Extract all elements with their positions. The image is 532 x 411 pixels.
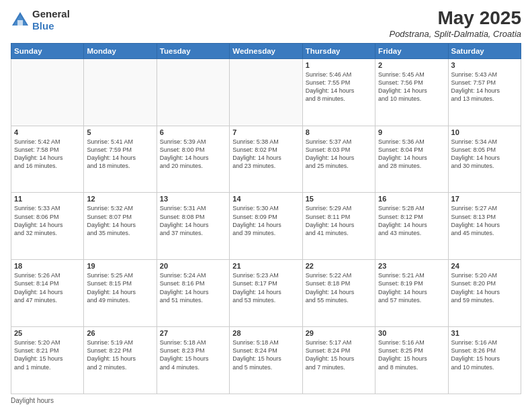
day-info: Sunrise: 5:39 AM Sunset: 8:00 PM Dayligh… <box>160 138 226 171</box>
calendar-cell: 13Sunrise: 5:31 AM Sunset: 8:08 PM Dayli… <box>157 193 229 260</box>
calendar-cell <box>157 58 229 126</box>
day-number: 16 <box>378 195 445 203</box>
day-info: Sunrise: 5:24 AM Sunset: 8:16 PM Dayligh… <box>160 271 226 304</box>
calendar-cell: 25Sunrise: 5:20 AM Sunset: 8:21 PM Dayli… <box>11 327 84 394</box>
day-info: Sunrise: 5:26 AM Sunset: 8:14 PM Dayligh… <box>14 271 81 304</box>
day-number: 3 <box>451 61 518 69</box>
day-number: 5 <box>87 128 153 136</box>
calendar-cell: 15Sunrise: 5:29 AM Sunset: 8:11 PM Dayli… <box>302 193 375 260</box>
logo: General Blue <box>11 8 70 32</box>
day-number: 23 <box>378 262 445 270</box>
day-number: 24 <box>451 262 518 270</box>
svg-rect-2 <box>17 20 23 26</box>
col-friday: Friday <box>375 43 448 58</box>
day-number: 12 <box>87 195 153 203</box>
calendar-cell: 4Sunrise: 5:42 AM Sunset: 7:58 PM Daylig… <box>11 126 84 193</box>
calendar-cell: 14Sunrise: 5:30 AM Sunset: 8:09 PM Dayli… <box>230 193 302 260</box>
logo-text: General Blue <box>32 8 70 32</box>
day-number: 25 <box>14 329 81 337</box>
col-sunday: Sunday <box>11 43 84 58</box>
calendar-cell: 19Sunrise: 5:25 AM Sunset: 8:15 PM Dayli… <box>84 260 157 327</box>
logo-general: General <box>32 8 70 19</box>
day-info: Sunrise: 5:20 AM Sunset: 8:20 PM Dayligh… <box>451 271 518 304</box>
day-number: 17 <box>451 195 518 203</box>
day-info: Sunrise: 5:19 AM Sunset: 8:22 PM Dayligh… <box>87 338 153 371</box>
day-info: Sunrise: 5:29 AM Sunset: 8:11 PM Dayligh… <box>306 204 372 237</box>
calendar-week-row: 4Sunrise: 5:42 AM Sunset: 7:58 PM Daylig… <box>11 126 521 193</box>
calendar-cell: 22Sunrise: 5:22 AM Sunset: 8:18 PM Dayli… <box>302 260 375 327</box>
day-number: 18 <box>14 262 81 270</box>
day-info: Sunrise: 5:20 AM Sunset: 8:21 PM Dayligh… <box>14 338 81 371</box>
calendar-cell: 20Sunrise: 5:24 AM Sunset: 8:16 PM Dayli… <box>157 260 229 327</box>
col-saturday: Saturday <box>448 43 521 58</box>
day-number: 20 <box>160 262 226 270</box>
calendar-week-row: 18Sunrise: 5:26 AM Sunset: 8:14 PM Dayli… <box>11 260 521 327</box>
day-number: 28 <box>232 329 299 337</box>
calendar-title: May 2025 <box>389 8 521 29</box>
calendar-cell: 9Sunrise: 5:36 AM Sunset: 8:04 PM Daylig… <box>375 126 448 193</box>
calendar-cell: 30Sunrise: 5:16 AM Sunset: 8:25 PM Dayli… <box>375 327 448 394</box>
calendar-cell: 8Sunrise: 5:37 AM Sunset: 8:03 PM Daylig… <box>302 126 375 193</box>
day-info: Sunrise: 5:38 AM Sunset: 8:02 PM Dayligh… <box>232 138 299 171</box>
day-info: Sunrise: 5:45 AM Sunset: 7:56 PM Dayligh… <box>378 71 445 103</box>
day-number: 7 <box>232 128 299 136</box>
calendar-cell: 2Sunrise: 5:45 AM Sunset: 7:56 PM Daylig… <box>375 58 448 126</box>
calendar-cell: 18Sunrise: 5:26 AM Sunset: 8:14 PM Dayli… <box>11 260 84 327</box>
calendar-cell: 28Sunrise: 5:18 AM Sunset: 8:24 PM Dayli… <box>230 327 302 394</box>
day-info: Sunrise: 5:18 AM Sunset: 8:23 PM Dayligh… <box>160 338 226 371</box>
day-info: Sunrise: 5:21 AM Sunset: 8:19 PM Dayligh… <box>378 271 445 304</box>
calendar-cell: 1Sunrise: 5:46 AM Sunset: 7:55 PM Daylig… <box>302 58 375 126</box>
logo-blue: Blue <box>32 20 54 32</box>
calendar-cell: 17Sunrise: 5:27 AM Sunset: 8:13 PM Dayli… <box>448 193 521 260</box>
col-monday: Monday <box>84 43 157 58</box>
day-info: Sunrise: 5:41 AM Sunset: 7:59 PM Dayligh… <box>87 138 153 171</box>
calendar-week-row: 11Sunrise: 5:33 AM Sunset: 8:06 PM Dayli… <box>11 193 521 260</box>
calendar-cell: 10Sunrise: 5:34 AM Sunset: 8:05 PM Dayli… <box>448 126 521 193</box>
day-info: Sunrise: 5:17 AM Sunset: 8:24 PM Dayligh… <box>306 338 372 371</box>
day-number: 19 <box>87 262 153 270</box>
day-info: Sunrise: 5:32 AM Sunset: 8:07 PM Dayligh… <box>87 204 153 237</box>
calendar-cell <box>84 58 157 126</box>
calendar-table: Sunday Monday Tuesday Wednesday Thursday… <box>11 43 521 394</box>
day-info: Sunrise: 5:42 AM Sunset: 7:58 PM Dayligh… <box>14 138 81 171</box>
col-thursday: Thursday <box>302 43 375 58</box>
calendar-cell: 3Sunrise: 5:43 AM Sunset: 7:57 PM Daylig… <box>448 58 521 126</box>
day-number: 1 <box>306 61 372 69</box>
day-info: Sunrise: 5:28 AM Sunset: 8:12 PM Dayligh… <box>378 204 445 237</box>
day-number: 8 <box>306 128 372 136</box>
day-info: Sunrise: 5:37 AM Sunset: 8:03 PM Dayligh… <box>306 138 372 171</box>
calendar-cell: 23Sunrise: 5:21 AM Sunset: 8:19 PM Dayli… <box>375 260 448 327</box>
calendar-cell: 29Sunrise: 5:17 AM Sunset: 8:24 PM Dayli… <box>302 327 375 394</box>
day-number: 11 <box>14 195 81 203</box>
page: General Blue May 2025 Podstrana, Split-D… <box>0 0 532 411</box>
day-number: 29 <box>306 329 372 337</box>
header: General Blue May 2025 Podstrana, Split-D… <box>11 8 521 39</box>
calendar-cell: 7Sunrise: 5:38 AM Sunset: 8:02 PM Daylig… <box>230 126 302 193</box>
day-info: Sunrise: 5:16 AM Sunset: 8:25 PM Dayligh… <box>378 338 445 371</box>
day-number: 2 <box>378 61 445 69</box>
col-tuesday: Tuesday <box>157 43 229 58</box>
day-number: 22 <box>306 262 372 270</box>
footer-note: Daylight hours <box>11 397 521 404</box>
day-info: Sunrise: 5:43 AM Sunset: 7:57 PM Dayligh… <box>451 71 518 103</box>
day-info: Sunrise: 5:22 AM Sunset: 8:18 PM Dayligh… <box>306 271 372 304</box>
day-info: Sunrise: 5:23 AM Sunset: 8:17 PM Dayligh… <box>232 271 299 304</box>
calendar-cell: 26Sunrise: 5:19 AM Sunset: 8:22 PM Dayli… <box>84 327 157 394</box>
day-info: Sunrise: 5:36 AM Sunset: 8:04 PM Dayligh… <box>378 138 445 171</box>
calendar-cell: 16Sunrise: 5:28 AM Sunset: 8:12 PM Dayli… <box>375 193 448 260</box>
day-number: 30 <box>378 329 445 337</box>
day-number: 26 <box>87 329 153 337</box>
calendar-cell <box>230 58 302 126</box>
calendar-week-row: 25Sunrise: 5:20 AM Sunset: 8:21 PM Dayli… <box>11 327 521 394</box>
day-number: 10 <box>451 128 518 136</box>
day-number: 13 <box>160 195 226 203</box>
calendar-cell: 12Sunrise: 5:32 AM Sunset: 8:07 PM Dayli… <box>84 193 157 260</box>
day-info: Sunrise: 5:34 AM Sunset: 8:05 PM Dayligh… <box>451 138 518 171</box>
day-info: Sunrise: 5:46 AM Sunset: 7:55 PM Dayligh… <box>306 71 372 103</box>
day-number: 21 <box>232 262 299 270</box>
calendar-subtitle: Podstrana, Split-Dalmatia, Croatia <box>389 29 521 39</box>
calendar-cell: 5Sunrise: 5:41 AM Sunset: 7:59 PM Daylig… <box>84 126 157 193</box>
calendar-cell: 24Sunrise: 5:20 AM Sunset: 8:20 PM Dayli… <box>448 260 521 327</box>
calendar-cell: 27Sunrise: 5:18 AM Sunset: 8:23 PM Dayli… <box>157 327 229 394</box>
title-block: May 2025 Podstrana, Split-Dalmatia, Croa… <box>389 8 521 39</box>
